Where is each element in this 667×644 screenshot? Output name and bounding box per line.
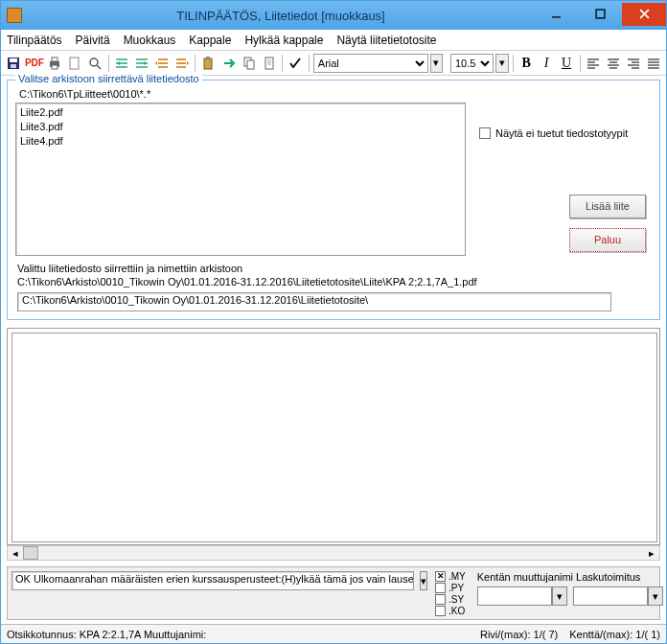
indent-left-icon[interactable] [113, 54, 131, 73]
list-item[interactable]: Liite4.pdf [20, 134, 461, 149]
size-dropdown-icon[interactable]: ▾ [495, 54, 508, 73]
align-right-icon[interactable] [624, 54, 642, 73]
print-icon[interactable] [46, 54, 64, 73]
align-justify-icon[interactable] [644, 54, 662, 73]
list-item[interactable]: Liite2.pdf [20, 105, 461, 120]
move-status-text: Valittu liitetiedosto siirrettiin ja nim… [17, 262, 650, 288]
status-kentta: Kenttä/(max): 1/( 1) [569, 629, 660, 640]
font-select[interactable]: Arial [313, 54, 428, 73]
underline-button[interactable]: U [558, 54, 576, 73]
status-rivi: Rivi/(max): 1/( 7) [480, 629, 558, 640]
copy-icon[interactable] [240, 54, 258, 73]
bold-button[interactable]: B [518, 54, 536, 73]
menubar: Tilinpäätös Päivitä Muokkaus Kappale Hyl… [1, 30, 666, 51]
ext-py-label: .PY [448, 583, 464, 593]
prompt-dropdown-icon[interactable]: ▾ [420, 571, 427, 590]
add-attachment-button[interactable]: Lisää liite [569, 195, 646, 218]
editor-area[interactable] [7, 328, 660, 545]
close-button[interactable] [622, 3, 666, 26]
ext-ko-label: .KO [448, 606, 465, 616]
size-select[interactable]: 10.5 [450, 54, 494, 73]
ext-sy-label: .SY [448, 594, 464, 605]
ext-py-checkbox[interactable] [435, 583, 446, 593]
svg-point-11 [90, 58, 98, 66]
app-icon [7, 8, 22, 23]
svg-rect-16 [247, 60, 254, 69]
ext-my-label: .MY [448, 571, 466, 582]
svg-rect-6 [11, 64, 16, 68]
search-icon[interactable] [86, 54, 104, 73]
statusbar: Otsikkotunnus: KPA 2:2.1,7A Muuttujanimi… [1, 624, 666, 643]
list-right-icon[interactable] [172, 54, 191, 73]
ext-ko-checkbox[interactable] [435, 606, 446, 616]
italic-button[interactable]: I [538, 54, 556, 73]
scroll-left-icon[interactable]: ◂ [8, 546, 23, 560]
ext-my-checkbox[interactable]: ✕ [435, 571, 446, 582]
titlebar: TILINPÄÄTÖS, Liitetiedot [muokkaus] [1, 1, 666, 30]
align-left-icon[interactable] [584, 54, 602, 73]
menu-hylkaa-kappale[interactable]: Hylkää kappale [244, 34, 323, 47]
scroll-right-icon[interactable]: ▸ [644, 546, 659, 560]
show-unsupported-checkbox[interactable] [479, 127, 491, 139]
svg-rect-10 [70, 58, 79, 69]
svg-rect-17 [265, 58, 273, 69]
fieldset-legend: Valitse arkistoon siirrettävä liitetiedo… [15, 73, 202, 84]
menu-muokkaus[interactable]: Muokkaus [124, 34, 176, 47]
prompt-input[interactable]: OK Ulkomaanrahan määräisten erien kurssa… [12, 571, 414, 590]
show-unsupported-label: Näytä ei tuetut tiedostotyypit [495, 127, 628, 139]
menu-nayta-liitetietotosite[interactable]: Näytä liitetietotosite [336, 34, 436, 47]
svg-rect-1 [596, 10, 605, 18]
new-page-icon[interactable] [66, 54, 84, 73]
pdf-icon[interactable]: PDF [25, 54, 44, 73]
paste-icon[interactable] [199, 54, 218, 73]
svg-rect-13 [204, 58, 212, 69]
source-path-label: C:\Tikon6\TpLiitteet\0010\*.* [19, 88, 652, 100]
return-button[interactable]: Paluu [569, 228, 646, 252]
save-icon[interactable] [5, 54, 23, 73]
bottom-panel: OK Ulkomaanrahan määräisten erien kurssa… [7, 566, 660, 620]
align-center-icon[interactable] [604, 54, 622, 73]
window-title: TILINPÄÄTÖS, Liitetiedot [muokkaus] [28, 9, 534, 23]
attachment-fieldset: Valitse arkistoon siirrettävä liitetiedo… [7, 80, 660, 320]
menu-kappale[interactable]: Kappale [189, 34, 231, 47]
list-left-icon[interactable] [152, 54, 171, 73]
check-icon[interactable] [287, 54, 305, 73]
maximize-button[interactable] [578, 3, 622, 26]
operation-combo[interactable] [573, 586, 648, 606]
svg-rect-14 [206, 57, 210, 59]
indent-right-icon[interactable] [133, 54, 151, 73]
menu-paivita[interactable]: Päivitä [76, 34, 110, 47]
file-list[interactable]: Liite2.pdf Liite3.pdf Liite4.pdf [15, 103, 466, 256]
horizontal-scrollbar[interactable]: ◂ ▸ [7, 545, 660, 561]
svg-rect-9 [52, 65, 58, 69]
font-dropdown-icon[interactable]: ▾ [430, 54, 443, 73]
list-item[interactable]: Liite3.pdf [20, 120, 461, 134]
goto-icon[interactable] [219, 54, 238, 73]
variable-label: Kentän muuttujanimi Laskutoimitus [477, 571, 663, 583]
svg-line-12 [97, 65, 101, 69]
doc-icon[interactable] [260, 54, 278, 73]
menu-tilinpaatos[interactable]: Tilinpäätös [7, 34, 62, 47]
status-left: Otsikkotunnus: KPA 2:2.1,7A Muuttujanimi… [7, 629, 206, 640]
minimize-button[interactable] [534, 3, 578, 26]
svg-rect-8 [52, 58, 58, 61]
svg-rect-5 [10, 58, 17, 62]
ext-sy-checkbox[interactable] [435, 594, 446, 605]
operation-dropdown-icon[interactable]: ▾ [648, 586, 663, 606]
variable-dropdown-icon[interactable]: ▾ [552, 586, 567, 606]
variable-combo[interactable] [477, 586, 552, 606]
archive-path-input[interactable]: C:\Tikon6\Arkisto\0010_Tikowin Oy\01.01.… [17, 292, 611, 311]
